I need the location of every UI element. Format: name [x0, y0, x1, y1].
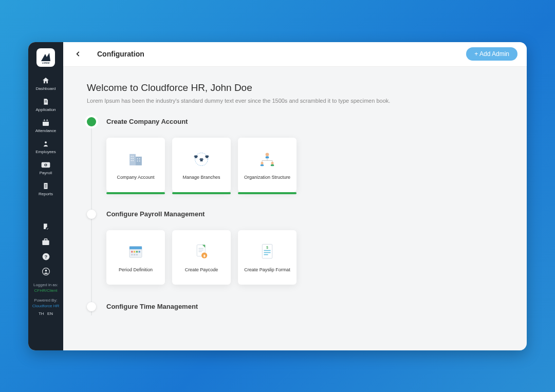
- svg-rect-34: [200, 160, 203, 161]
- main: Configuration + Add Admin Welcome to Clo…: [63, 42, 527, 350]
- svg-rect-28: [133, 160, 134, 161]
- help-icon[interactable]: ?: [42, 253, 50, 261]
- svg-text:LOREM: LOREM: [42, 62, 50, 64]
- svg-rect-59: [198, 251, 201, 252]
- card-create-paycode[interactable]: ฿ Create Paycode: [172, 230, 231, 285]
- home-icon: [41, 76, 50, 85]
- svg-rect-25: [131, 158, 132, 159]
- svg-point-43: [261, 162, 264, 164]
- nav-reports[interactable]: Reports: [28, 178, 63, 199]
- card-label: Create Paycode: [182, 267, 221, 273]
- lang-en[interactable]: EN: [46, 311, 54, 316]
- svg-text:฿: ฿: [203, 253, 206, 257]
- svg-rect-50: [134, 251, 135, 252]
- welcome-sub: Lorem Ipsum has been the industry's stan…: [87, 98, 503, 104]
- money-icon: $: [41, 160, 50, 170]
- timeline-dot: [87, 302, 96, 311]
- powered-label: Powered By:: [32, 297, 59, 303]
- nav-employees[interactable]: Employees: [28, 136, 63, 157]
- sidebar-footer: Logged in as: CFHR/Client Powered By: Cl…: [32, 282, 59, 317]
- svg-point-20: [45, 270, 47, 272]
- section-title: Configure Payroll Management: [106, 210, 503, 218]
- svg-rect-26: [133, 158, 134, 159]
- briefcase-icon[interactable]: [42, 238, 50, 246]
- svg-rect-5: [44, 119, 45, 121]
- user-circle-icon[interactable]: [42, 268, 50, 276]
- svg-rect-22: [136, 157, 142, 165]
- svg-rect-11: [45, 184, 47, 185]
- svg-rect-15: [42, 240, 49, 245]
- card-progress: [172, 192, 231, 194]
- svg-text:?: ?: [44, 254, 47, 259]
- card-manage-branches[interactable]: Manage Branches: [172, 138, 231, 192]
- svg-rect-65: [264, 252, 271, 253]
- svg-rect-52: [139, 251, 140, 252]
- org-chart-icon: [257, 149, 278, 170]
- nav-primary: Dashboard Application Attendance Employe…: [28, 73, 63, 199]
- nav-dashboard[interactable]: Dashboard: [28, 73, 63, 94]
- section-cards: Period Definition ฿ Create Paycode $: [106, 230, 503, 285]
- timeline: Create Company Account Company Account: [87, 117, 503, 315]
- sidebar: LOREM Dashboard Application Attendan: [28, 42, 63, 350]
- svg-rect-66: [264, 254, 268, 255]
- card-label: Create Payslip Format: [241, 267, 293, 273]
- back-button[interactable]: [72, 48, 84, 60]
- card-company-account[interactable]: Company Account: [106, 138, 165, 192]
- svg-rect-30: [139, 158, 140, 159]
- lang-th[interactable]: TH: [38, 311, 45, 316]
- document-icon: [41, 97, 50, 106]
- svg-rect-48: [130, 246, 142, 249]
- svg-rect-36: [206, 157, 208, 158]
- section-title: Configure Time Management: [106, 302, 503, 310]
- svg-rect-2: [45, 102, 47, 102]
- card-payslip-format[interactable]: $ Create Payslip Format: [238, 230, 297, 285]
- section-title: Create Company Account: [106, 117, 503, 125]
- chevron-left-icon: [75, 50, 82, 58]
- report-icon: [41, 181, 50, 191]
- svg-rect-24: [133, 156, 134, 157]
- svg-rect-6: [47, 119, 47, 121]
- svg-rect-44: [261, 164, 264, 166]
- card-label: Period Definition: [116, 267, 156, 273]
- svg-rect-55: [136, 254, 138, 255]
- nav-label: Dashboard: [35, 86, 55, 91]
- svg-rect-38: [266, 156, 269, 158]
- svg-rect-27: [131, 160, 132, 161]
- nav-label: Employees: [35, 150, 56, 154]
- card-label: Organization Structure: [241, 175, 293, 180]
- nav-application[interactable]: Application: [28, 94, 63, 115]
- svg-rect-21: [130, 154, 136, 165]
- card-period-definition[interactable]: Period Definition: [106, 230, 165, 285]
- login-tag: CFHR/Client: [32, 288, 59, 293]
- payslip-icon: $: [257, 241, 278, 262]
- add-admin-button[interactable]: + Add Admin: [466, 47, 517, 61]
- paycode-icon: ฿: [191, 241, 212, 262]
- svg-rect-35: [195, 157, 197, 158]
- svg-point-7: [45, 141, 47, 143]
- svg-rect-64: [264, 250, 271, 251]
- nav-label: Application: [35, 107, 55, 112]
- calendar-icon: [41, 118, 50, 127]
- svg-text:$: $: [266, 245, 268, 249]
- nav-attendance[interactable]: Attendance: [28, 115, 63, 136]
- section-cards: Company Account Manage Branches: [106, 138, 503, 192]
- building-icon: [125, 149, 146, 170]
- svg-point-45: [271, 162, 274, 164]
- nav-payroll[interactable]: $ Payroll: [28, 157, 63, 178]
- welcome-heading: Welcome to Cloudforce HR, John Doe: [87, 82, 503, 94]
- svg-rect-54: [134, 254, 135, 255]
- doc-check-icon[interactable]: [42, 223, 50, 231]
- card-org-structure[interactable]: Organization Structure: [238, 138, 297, 192]
- svg-rect-4: [43, 120, 49, 122]
- svg-rect-57: [198, 248, 203, 249]
- svg-rect-53: [131, 254, 133, 255]
- svg-rect-16: [44, 239, 47, 240]
- content: Welcome to Cloudforce HR, John Doe Lorem…: [63, 67, 527, 350]
- svg-point-37: [266, 153, 269, 156]
- nav-label: Reports: [39, 192, 53, 196]
- svg-rect-12: [45, 185, 47, 186]
- logo-icon: LOREM: [39, 51, 52, 64]
- svg-rect-58: [198, 250, 203, 250]
- lang-switcher: TH EN: [32, 311, 59, 316]
- card-progress: [106, 192, 165, 194]
